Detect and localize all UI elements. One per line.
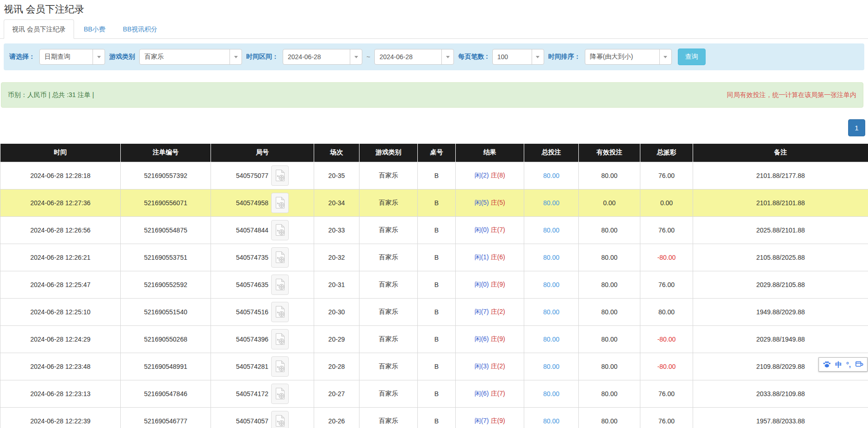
result-player: 闲(1) — [474, 253, 489, 261]
cell-payout: 76.00 — [640, 380, 693, 407]
cell-round-id: 540575077 — [211, 162, 314, 189]
page-1-button[interactable]: 1 — [848, 119, 865, 136]
cell-round-id: 540574844 — [211, 216, 314, 244]
paw-icon[interactable] — [823, 361, 831, 369]
zhong-glyph[interactable]: 中 — [835, 361, 842, 368]
video-replay-icon[interactable] — [271, 247, 289, 268]
video-replay-icon[interactable] — [271, 411, 289, 428]
date-range-separator: ~ — [366, 53, 370, 61]
date-to-value: 2024-06-28 — [375, 49, 441, 64]
result-player: 闲(6) — [474, 335, 489, 342]
total-bet-link[interactable]: 80.00 — [543, 308, 559, 316]
result-player: 闲(3) — [474, 362, 489, 370]
result-banker: 庄(2) — [491, 308, 505, 315]
result-player: 闲(5) — [474, 199, 489, 206]
round-id-text: 540574172 — [236, 390, 268, 397]
round-id-text: 540574958 — [236, 199, 268, 207]
cell-session: 20-32 — [314, 244, 360, 271]
cell-time: 2024-06-28 12:24:29 — [0, 325, 121, 353]
cell-bet-id: 521690553751 — [121, 244, 211, 271]
cell-valid-bet: 80.00 — [579, 353, 640, 380]
result-banker: 庄(9) — [491, 281, 505, 288]
cell-round-id: 540574172 — [211, 380, 314, 407]
query-button[interactable]: 查询 — [678, 49, 706, 65]
cell-game-type: 百家乐 — [360, 189, 418, 216]
table-row: 2024-06-28 12:23:13 521690547846 5405741… — [0, 380, 868, 407]
column-header: 桌号 — [418, 144, 456, 162]
column-header: 时间 — [0, 144, 121, 162]
column-header: 总投注 — [524, 144, 579, 162]
sort-label: 时间排序： — [548, 53, 581, 61]
cell-time: 2024-06-28 12:26:21 — [0, 244, 121, 271]
result-banker: 庄(9) — [491, 335, 505, 342]
summary-bar: 币别：人民币 | 总共 :31 注单 | 同局有效投注，统一计算在该局第一张注单… — [1, 82, 863, 108]
cell-total-bet: 80.00 — [524, 353, 579, 380]
round-id-text: 540574281 — [236, 363, 268, 370]
total-bet-link[interactable]: 80.00 — [543, 336, 559, 343]
cell-time: 2024-06-28 12:26:56 — [0, 216, 121, 244]
date-to-select[interactable]: 2024-06-28 — [374, 49, 454, 65]
game-type-select[interactable]: 百家乐 — [139, 49, 242, 65]
cell-session: 20-34 — [314, 189, 360, 216]
marks-glyph[interactable]: °, — [846, 361, 851, 368]
video-replay-icon[interactable] — [271, 329, 289, 349]
video-replay-icon[interactable] — [271, 302, 289, 322]
total-bet-link[interactable]: 80.00 — [543, 254, 559, 261]
total-bet-link[interactable]: 80.00 — [543, 417, 559, 425]
cell-game-type: 百家乐 — [360, 271, 418, 298]
round-id-text: 540575077 — [236, 172, 268, 179]
cell-time: 2024-06-28 12:27:36 — [0, 189, 121, 216]
table-row: 2024-06-28 12:24:29 521690550268 5405743… — [0, 325, 868, 353]
total-bet-link[interactable]: 80.00 — [543, 390, 559, 397]
tab-bb-tips[interactable]: BB小费 — [76, 20, 113, 38]
video-replay-icon[interactable] — [271, 384, 289, 404]
column-header: 备注 — [693, 144, 868, 162]
page-size-select[interactable]: 100 — [492, 49, 544, 65]
mode-select-value: 日期查询 — [40, 49, 93, 64]
cup-icon[interactable] — [855, 361, 863, 368]
cell-remark: 2033.88/2109.88 — [693, 380, 868, 407]
cell-payout: -80.00 — [640, 325, 693, 353]
result-banker: 庄(5) — [491, 199, 505, 206]
cell-round-id: 540574057 — [211, 407, 314, 428]
cell-valid-bet: 80.00 — [579, 244, 640, 271]
game-type-select-value: 百家乐 — [140, 49, 229, 64]
cell-payout: 76.00 — [640, 162, 693, 189]
total-bet-link[interactable]: 80.00 — [543, 172, 559, 179]
total-bet-link[interactable]: 80.00 — [543, 281, 559, 288]
cell-total-bet: 80.00 — [524, 189, 579, 216]
date-from-select[interactable]: 2024-06-28 — [283, 49, 362, 65]
tab-betting-records[interactable]: 视讯 会员下注纪录 — [4, 19, 74, 39]
video-replay-icon[interactable] — [271, 220, 289, 240]
cell-bet-id: 521690556071 — [121, 189, 211, 216]
total-bet-link[interactable]: 80.00 — [543, 199, 559, 207]
column-header: 总派彩 — [640, 144, 693, 162]
cell-table-no: B — [418, 353, 456, 380]
cell-table-no: B — [418, 380, 456, 407]
mode-label: 请选择： — [9, 53, 35, 61]
video-replay-icon[interactable] — [271, 165, 289, 186]
cell-result: 闲(6)庄(9) — [456, 325, 524, 353]
result-banker: 庄(6) — [491, 253, 505, 261]
page-title: 视讯 会员下注纪录 — [0, 0, 868, 15]
chevron-down-icon — [532, 49, 544, 64]
cell-result: 闲(3)庄(2) — [456, 353, 524, 380]
video-replay-icon[interactable] — [271, 275, 289, 295]
cell-game-type: 百家乐 — [360, 353, 418, 380]
cell-session: 20-33 — [314, 216, 360, 244]
video-replay-icon[interactable] — [271, 356, 289, 377]
column-header: 有效投注 — [579, 144, 640, 162]
table-body: 2024-06-28 12:28:18 521690557392 5405750… — [0, 162, 868, 428]
tab-bb-video-points[interactable]: BB视讯积分 — [115, 20, 166, 38]
video-replay-icon[interactable] — [271, 193, 289, 213]
total-bet-link[interactable]: 80.00 — [543, 226, 559, 234]
sort-select[interactable]: 降幂(由大到小) — [585, 49, 672, 65]
cell-bet-id: 521690557392 — [121, 162, 211, 189]
cell-valid-bet: 80.00 — [579, 162, 640, 189]
round-id-text: 540574735 — [236, 254, 268, 261]
cell-session: 20-29 — [314, 325, 360, 353]
mode-select[interactable]: 日期查询 — [39, 49, 105, 65]
chevron-down-icon — [659, 49, 671, 64]
total-bet-link[interactable]: 80.00 — [543, 363, 559, 370]
column-header: 游戏类别 — [360, 144, 418, 162]
